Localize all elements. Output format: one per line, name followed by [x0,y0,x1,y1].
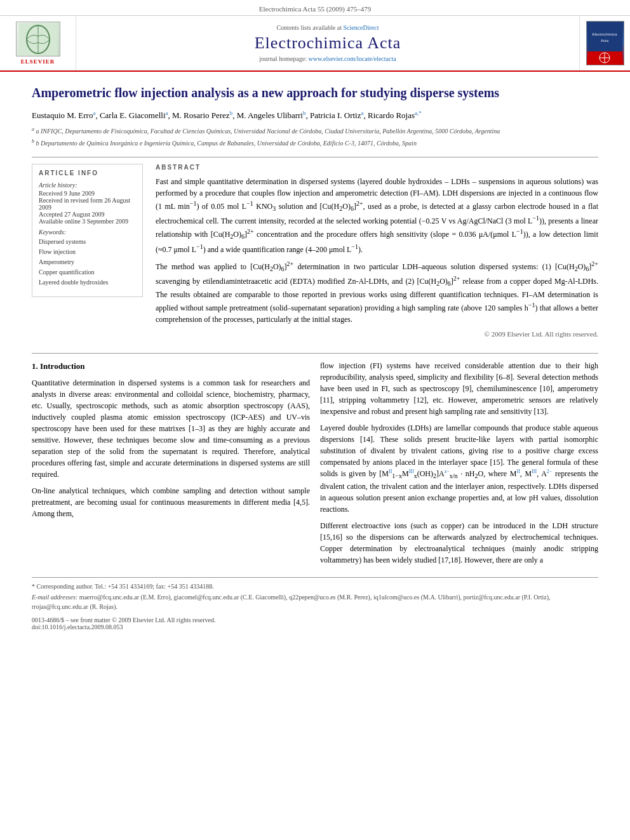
received-date: Received 9 June 2009 [39,190,136,197]
elsevier-logo-image [16,22,60,57]
article-info-column: ARTICLE INFO Article history: Received 9… [32,164,143,347]
email-addresses: E-mail addresses: maerro@fcq.unc.edu.ar … [32,592,598,611]
revised-date: Received in revised form 26 August 2009 [39,197,136,211]
body-col-right: flow injection (FI) systems have receive… [320,360,598,571]
keywords-block: Keywords: Dispersed systems Flow injecti… [39,229,136,288]
body-two-col: 1. Introduction Quantitative determinati… [32,360,598,571]
article-info-label: ARTICLE INFO [39,170,136,177]
keywords-label: Keywords: [39,229,136,236]
title-divider [32,157,598,157]
intro-heading: 1. Introduction [32,360,310,373]
body-divider [32,353,598,354]
affiliation-b: b b Departamento de Química Inorgánica e… [32,138,598,148]
intro-para-2: On-line analytical techniques, which com… [32,485,310,519]
footnotes: * Corresponding author. Tel.: +54 351 43… [32,577,598,611]
intro-para-1: Quantitative determination in dispersed … [32,377,310,480]
intro-para-5: Different electroactive ions (such as co… [320,520,598,566]
history-block: Article history: Received 9 June 2009 Re… [39,182,136,225]
journal-citation: Electrochimica Acta 55 (2009) 475–479 [259,5,372,13]
doi-line: doi:10.1016/j.electacta.2009.08.053 [32,623,598,630]
authors: Eustaquio M. Erroa, Carla E. Giacomellia… [32,110,598,121]
corresponding-author: * Corresponding author. Tel.: +54 351 43… [32,582,598,591]
footer-ids: 0013-4686/$ – see front matter © 2009 El… [32,617,598,630]
info-abstract-row: ARTICLE INFO Article history: Received 9… [32,164,598,347]
keywords-list: Dispersed systems Flow injection Amperom… [39,237,136,288]
keyword-3: Amperometry [39,257,136,267]
top-header: Electrochimica Acta 55 (2009) 475–479 [0,0,630,16]
journal-homepage: journal homepage: www.elsevier.com/locat… [259,55,396,62]
elsevier-logo-container: ELSEVIER [0,16,76,70]
affiliations: a a INFIQC, Departamento de Fisicoquímic… [32,126,598,148]
abstract-label: ABSTRACT [156,164,598,171]
accepted-date: Accepted 27 August 2009 [39,211,136,218]
page-wrapper: Electrochimica Acta 55 (2009) 475–479 EL… [0,0,630,840]
issn-line: 0013-4686/$ – see front matter © 2009 El… [32,617,598,623]
keyword-1: Dispersed systems [39,237,136,247]
affiliation-a: a a INFIQC, Departamento de Fisicoquímic… [32,126,598,136]
keyword-5: Layered double hydroxides [39,277,136,288]
journal-cover-icon: Electrochimica Acta [586,21,624,65]
journal-title-container: Contents lists available at ScienceDirec… [76,16,579,70]
intro-para-4: Layered double hydroxides (LDHs) are lam… [320,422,598,515]
abstract-column: ABSTRACT Fast and simple quantitative de… [156,164,598,347]
sciencedirect-link[interactable]: ScienceDirect [343,24,379,31]
abstract-para-1: Fast and simple quantitative determinati… [156,176,598,255]
elsevier-logo: ELSEVIER [16,22,60,65]
abstract-text: Fast and simple quantitative determinati… [156,176,598,325]
svg-text:Acta: Acta [601,39,609,43]
intro-para-3: flow injection (FI) systems have receive… [320,360,598,417]
homepage-url[interactable]: www.elsevier.com/locate/electacta [309,55,396,62]
abstract-section: ABSTRACT Fast and simple quantitative de… [156,164,598,338]
available-date: Available online 3 September 2009 [39,218,136,225]
elsevier-brand-text: ELSEVIER [21,58,55,65]
journal-header: ELSEVIER Contents lists available at Sci… [0,16,630,72]
copyright-line: © 2009 Elsevier Ltd. All rights reserved… [156,330,598,338]
svg-text:Electrochimica: Electrochimica [592,32,617,36]
history-label: Article history: [39,182,136,189]
abstract-para-2: The method was applied to [Cu(H2O)6]2+ d… [156,259,598,325]
journal-title: Electrochimica Acta [255,34,401,53]
keyword-2: Flow injection [39,247,136,257]
article-title: Amperometric flow injection analysis as … [32,84,598,101]
article-info-box: ARTICLE INFO Article history: Received 9… [32,164,143,297]
body-col-left: 1. Introduction Quantitative determinati… [32,360,310,571]
keyword-4: Copper quantification [39,267,136,277]
article-content: Amperometric flow injection analysis as … [0,72,630,643]
journal-icon-container: Electrochimica Acta [579,16,630,70]
sciencedirect-line: Contents lists available at ScienceDirec… [276,24,379,31]
